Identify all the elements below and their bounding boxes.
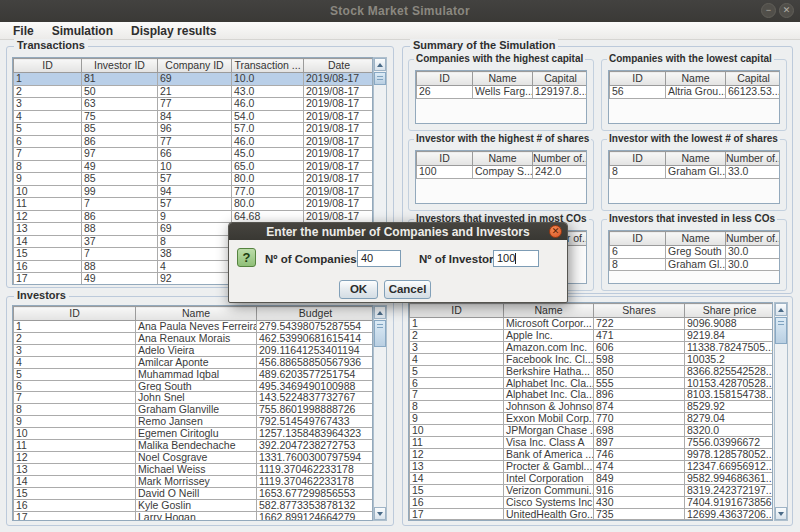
cell[interactable]: Apple Inc. (504, 329, 594, 341)
cell[interactable]: Larry Hogan (136, 511, 257, 521)
cell[interactable]: 15 (410, 484, 504, 496)
cell[interactable]: 33.0 (726, 166, 781, 179)
table-row[interactable]: 1 81 69 10.0 2019/08-17 (14, 73, 374, 86)
cell[interactable]: 8279.04 (685, 413, 774, 425)
table-row[interactable]: 56Altria Grou...66123.53... (610, 86, 781, 99)
cell[interactable]: 11338.78247505... (685, 341, 774, 353)
cell[interactable]: 69 (158, 223, 232, 236)
scrollbar-thumb[interactable] (775, 317, 787, 344)
cell[interactable]: 6 (14, 135, 82, 148)
cell[interactable]: 2019/08-17 (304, 148, 374, 161)
cell[interactable]: Egemen Ciritoglu (136, 428, 257, 440)
column-header[interactable]: Name (504, 304, 594, 318)
cell[interactable]: 1331.7600300797594 (257, 451, 374, 463)
cell[interactable]: 14 (14, 235, 82, 248)
cell[interactable]: 430 (594, 496, 685, 508)
cell[interactable]: 6 (610, 246, 666, 259)
cell[interactable]: 9582.994686361... (685, 472, 774, 484)
column-header[interactable]: ID (14, 59, 82, 73)
cell[interactable]: Adelo Vieira (136, 344, 257, 356)
cell[interactable]: 85 (82, 123, 158, 136)
column-header[interactable]: Date (304, 59, 374, 73)
cell[interactable]: 66123.53... (726, 86, 781, 99)
column-header[interactable]: Budget (257, 307, 374, 321)
cell[interactable]: 64.68 (232, 210, 304, 223)
column-header[interactable]: Name (473, 152, 533, 166)
cell[interactable]: 45.0 (232, 148, 304, 161)
cell[interactable]: 8 (158, 235, 232, 248)
table-row[interactable]: 2 50 21 43.0 2019/08-17 (14, 85, 374, 98)
cell[interactable]: Amilcar Aponte (136, 356, 257, 368)
cell[interactable]: 2 (410, 329, 504, 341)
cell[interactable]: 13 (14, 223, 82, 236)
cell[interactable]: 16 (14, 260, 82, 273)
table-row[interactable]: 12 Bank of America ... 746 9978.12857805… (410, 448, 774, 460)
cell[interactable]: 1662.899124664279 (257, 511, 374, 521)
cell[interactable]: 9 (410, 413, 504, 425)
cell[interactable]: Berkshire Hatha... (504, 365, 594, 377)
table-row[interactable]: 6Greg South30.0 (610, 246, 781, 259)
menu-simulation[interactable]: Simulation (43, 22, 122, 40)
cell[interactable]: 10 (410, 425, 504, 437)
column-header[interactable]: Investor ID (82, 59, 158, 73)
cell[interactable]: 57 (158, 173, 232, 186)
cell[interactable]: 69 (158, 73, 232, 86)
cell[interactable]: 2019/08-17 (304, 198, 374, 211)
cell[interactable]: 8533.44 (685, 520, 774, 521)
column-header[interactable]: Name (666, 72, 726, 86)
table-row[interactable]: 12 86 9 64.68 2019/08-17 (14, 210, 374, 223)
scroll-down-button[interactable] (775, 507, 787, 520)
table-row[interactable]: 2 Ana Renaux Morais 462.53990681615414 (14, 332, 374, 344)
cell[interactable]: Cisco Systems Inc. (504, 496, 594, 508)
cell[interactable]: 770 (594, 413, 685, 425)
cell[interactable]: Ana Renaux Morais (136, 332, 257, 344)
companies-scrollbar[interactable] (774, 302, 788, 521)
cell[interactable]: 16 (410, 496, 504, 508)
cell[interactable]: 81 (82, 73, 158, 86)
cell[interactable]: 698 (594, 425, 685, 437)
cell[interactable]: 10153.42870528... (685, 377, 774, 389)
cell[interactable]: 54.0 (232, 110, 304, 123)
cell[interactable]: 10 (14, 428, 136, 440)
cell[interactable]: Procter & Gambl... (504, 460, 594, 472)
column-header[interactable]: Name (666, 152, 726, 166)
cell[interactable]: 456.88658850567936 (257, 356, 374, 368)
table-row[interactable]: 9 85 57 80.0 2019/08-17 (14, 173, 374, 186)
table-row[interactable]: 6 Alphabet Inc. Cla... 555 10153.4287052… (410, 377, 774, 389)
column-header[interactable]: ID (410, 304, 504, 318)
cell[interactable]: 11 (14, 198, 82, 211)
cell[interactable]: 17 (14, 511, 136, 521)
cell[interactable]: Altria Grou... (666, 86, 726, 99)
cell[interactable]: 916 (594, 484, 685, 496)
table-row[interactable]: 3 Amazon.com Inc. 606 11338.78247505... (410, 341, 774, 353)
cell[interactable]: 746 (594, 448, 685, 460)
cell[interactable]: Alphabet Inc. Cla... (504, 389, 594, 401)
table-row[interactable]: 7 97 66 45.0 2019/08-17 (14, 148, 374, 161)
table-row[interactable]: 3 63 77 46.0 2019/08-17 (14, 98, 374, 111)
cell[interactable]: 16 (14, 499, 136, 511)
cell[interactable]: 84 (158, 110, 232, 123)
column-header[interactable]: ID (417, 72, 473, 86)
cell[interactable]: 17 (410, 508, 504, 520)
cell[interactable]: 2019/08-17 (304, 173, 374, 186)
table-row[interactable]: 16 Cisco Systems Inc. 430 7404.919167385… (410, 496, 774, 508)
cell[interactable]: Johnson & Johnson (504, 401, 594, 413)
cell[interactable]: 21 (158, 85, 232, 98)
cell[interactable]: 85 (82, 173, 158, 186)
cell[interactable]: 598 (594, 353, 685, 365)
cell[interactable]: 4 (158, 260, 232, 273)
table-row[interactable]: 5 Berkshire Hatha... 850 8366.825542528.… (410, 365, 774, 377)
cell[interactable]: 5 (410, 365, 504, 377)
cell[interactable]: 18 (410, 520, 504, 521)
cell[interactable]: 92 (158, 273, 232, 286)
cell[interactable]: 8529.92 (685, 401, 774, 413)
cell[interactable]: Michael Weiss (136, 463, 257, 475)
table-row[interactable]: 16 Kyle Goslin 582.8773353878132 (14, 499, 374, 511)
cell[interactable]: 13 (410, 460, 504, 472)
cell[interactable]: 9 (158, 210, 232, 223)
cell[interactable]: 100 (417, 166, 473, 179)
cell[interactable]: 8366.825542528... (685, 365, 774, 377)
cell[interactable]: 2019/08-17 (304, 98, 374, 111)
cell[interactable]: 12 (14, 210, 82, 223)
column-header[interactable]: Capital (533, 72, 588, 86)
